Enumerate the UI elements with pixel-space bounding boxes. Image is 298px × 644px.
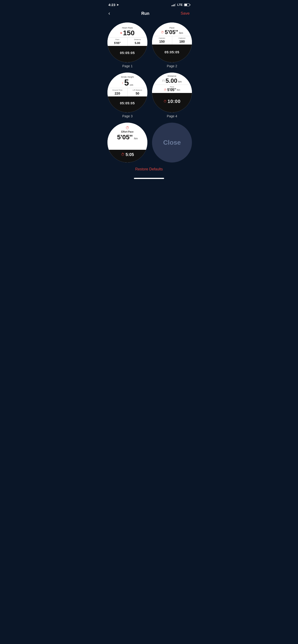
battery-icon [184,4,190,6]
pace-icon: ⏱ [161,30,164,34]
distance-main-value: /:\ 5.00 km [154,78,190,84]
page4-pace-unit: /km [177,89,180,91]
effort-pace-icon: ⏱ [126,126,129,130]
page3-time: 05:05:05 [120,101,135,105]
page3-lr-cell: L/R Balance 50 [128,88,148,96]
page4-bottom: ⏱ 10:00 [152,93,192,112]
watch-top-page2: Pace ⏱ 5'05'' /km [152,22,192,36]
save-button[interactable]: Save [181,11,190,16]
stride-unit: cm [130,84,133,87]
battery-fill [184,4,187,6]
page5-bottom-time: 5:05 [126,152,134,157]
cadence-value: 180 [179,40,185,43]
pace-label: Pace [108,38,127,40]
page3-groundtime-cell: Ground Time 220 [107,88,128,96]
close-label: Close [163,139,181,146]
heart-rate-number: 150 [123,30,135,36]
page4-timer-row: ⏱ 10:00 [163,99,181,104]
heart-icon: ♥ [120,31,122,35]
page2-time: 05:05:05 [165,50,179,54]
stride-value: ↕ 5 cm [109,78,146,87]
nav-bar: ‹ Run Save [104,8,194,20]
bottom-row: ⏱ Effort Pace 5'05'' /km ⏱ 5:05 Close [104,120,194,162]
page2-label: Page 2 [167,64,177,68]
page1-label: Page 1 [122,64,133,68]
page1-pace-cell: Pace 5'05'' [107,38,128,46]
page5-spacer [107,142,147,150]
page2-cadence-cell: Cadence 180 [172,36,192,44]
signal-bar-4 [175,4,176,6]
lr-balance-value: 50 [136,92,139,95]
signal-bar-2 [173,5,173,6]
page1-distance-cell: Distance 5.00 [128,38,148,46]
page2-sub-row: Calories 150 Cadence 180 [152,36,192,44]
page-5-item: ⏱ Effort Pace 5'05'' /km ⏱ 5:05 [107,123,147,162]
lr-balance-label: L/R Balance [128,89,147,91]
back-button[interactable]: ‹ [108,10,110,16]
close-button[interactable]: Close [152,123,192,162]
pace-value: 5'05'' [114,42,121,45]
page1-time: 05:05:05 [120,51,135,55]
restore-defaults-button[interactable]: Restore Defaults [104,162,194,176]
signal-bars [171,4,176,6]
home-indicator [134,178,164,179]
watch-face-page2[interactable]: Pace ⏱ 5'05'' /km Calories 150 Cadence 1… [152,22,192,62]
page3-bottom: 05:05:05 [107,96,147,112]
watch-face-page5[interactable]: ⏱ Effort Pace 5'05'' /km ⏱ 5:05 [107,123,147,162]
pace-main-label: Pace [154,27,190,29]
page4-timer-value: 10:00 [168,99,181,104]
page-3-item: Stride Height ↕ 5 cm Ground Time 220 L/R… [107,72,147,118]
location-icon: ➤ [117,3,119,6]
page5-top: ⏱ Effort Pace 5'05'' /km [107,123,147,142]
page2-calories-cell: Calories 150 [152,36,172,44]
time-display: 4:23 [108,3,115,7]
watch-content-page3: Stride Height ↕ 5 cm Ground Time 220 L/R… [107,72,147,112]
watch-content-page2: Pace ⏱ 5'05'' /km Calories 150 Cadence 1… [152,22,192,62]
page4-label: Page 4 [167,114,177,118]
signal-bar-1 [171,5,172,6]
page4-clock-icon: ⏱ [163,100,167,103]
distance-main-label: Distance [154,75,190,77]
page-1-item: Heart Rate ♥ 150 Pace 5'05'' Distance 5.… [107,22,147,68]
page4-pace-label: Pace [154,86,190,88]
status-bar: 4:23 ➤ LTE [104,0,194,8]
effort-pace-label: Effort Pace [121,130,134,133]
page2-bottom: 05:05:05 [152,44,192,62]
groundtime-value: 220 [115,92,120,95]
distance-value: 5.00 [135,42,140,45]
status-time: 4:23 ➤ [108,3,119,7]
watch-face-page4[interactable]: Distance /:\ 5.00 km Pace ⏱ 5'05'' /km [152,72,192,112]
pages-grid-row2: Stride Height ↕ 5 cm Ground Time 220 L/R… [104,70,194,120]
lte-label: LTE [177,3,183,6]
watch-top-page3: Stride Height ↕ 5 cm [107,72,147,88]
distance-km-unit: km [178,80,182,84]
close-button-item: Close [152,123,192,162]
page-title: Run [141,11,149,16]
effort-pace-value: 5'05'' [117,134,133,140]
stride-number: 5 [124,78,129,87]
page4-pace-number: 5'05'' [167,88,176,92]
page5-bottom: ⏱ 5:05 [107,150,147,163]
page3-label: Page 3 [122,114,133,118]
groundtime-label: Ground Time [108,89,127,91]
effort-pace-unit: /km [134,137,138,140]
page1-bottom: 05:05:05 [107,46,147,62]
pages-grid-row1: Heart Rate ♥ 150 Pace 5'05'' Distance 5.… [104,20,194,70]
status-right: LTE [171,3,190,6]
pace-unit: /km [179,32,183,35]
heart-rate-value: ♥ 150 [109,30,146,36]
watch-face-page3[interactable]: Stride Height ↕ 5 cm Ground Time 220 L/R… [107,72,147,112]
page5-bottom-icon: ⏱ [121,152,125,157]
signal-bar-3 [174,4,175,6]
distance-main-number: 5.00 [165,78,177,84]
page-4-item: Distance /:\ 5.00 km Pace ⏱ 5'05'' /km [152,72,192,118]
page4-pace-value-row: ⏱ 5'05'' /km [154,88,190,92]
page5-value-row: 5'05'' /km [117,134,138,140]
pace-main-value: ⏱ 5'05'' /km [154,30,190,35]
page-2-item: Pace ⏱ 5'05'' /km Calories 150 Cadence 1… [152,22,192,68]
distance-icon: /:\ [162,79,165,82]
watch-face-page1[interactable]: Heart Rate ♥ 150 Pace 5'05'' Distance 5.… [107,22,147,62]
watch-content-page4: Distance /:\ 5.00 km Pace ⏱ 5'05'' /km [152,72,192,112]
calories-value: 150 [159,40,165,43]
watch-top-page4: Distance /:\ 5.00 km [152,72,192,84]
